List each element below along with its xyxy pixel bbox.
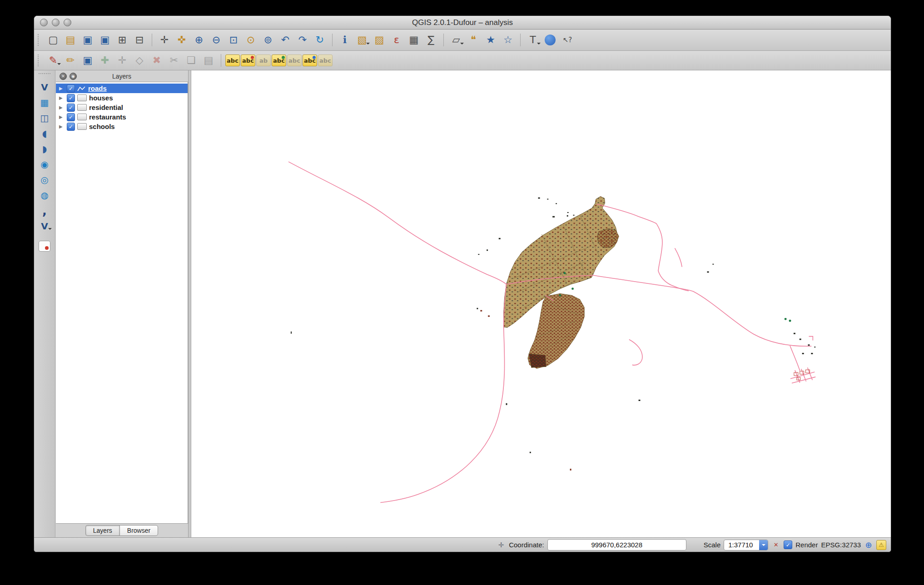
cut-features-button[interactable]: ✂ bbox=[166, 53, 182, 68]
add-wms-layer-button[interactable]: ◉ bbox=[37, 157, 52, 171]
render-label: Render bbox=[795, 541, 818, 549]
show-hide-labels-button[interactable]: abc bbox=[241, 55, 255, 66]
toggle-editing-button[interactable]: ✏ bbox=[62, 53, 79, 68]
deselect-features-button[interactable]: ▨ bbox=[371, 32, 387, 48]
show-bookmarks-button[interactable]: ☆ bbox=[500, 32, 516, 48]
panel-buttons: ✕ ◉ bbox=[60, 73, 77, 80]
zoom-to-selection-button[interactable]: ⊙ bbox=[243, 32, 259, 48]
new-print-composer-button[interactable]: ⊞ bbox=[114, 32, 130, 48]
zoom-next-button[interactable]: ↷ bbox=[294, 32, 311, 48]
add-spatialite-layer-button[interactable]: ◖ bbox=[37, 126, 52, 140]
refresh-map-button[interactable]: ↻ bbox=[312, 32, 328, 48]
add-raster-layer-button[interactable]: ▦ bbox=[37, 95, 52, 109]
add-wcs-layer-button[interactable]: ◎ bbox=[37, 173, 52, 187]
expand-arrow-icon[interactable]: ▶ bbox=[59, 114, 65, 119]
layer-checkbox[interactable]: ✓ bbox=[67, 113, 75, 121]
zoom-button[interactable] bbox=[64, 19, 71, 26]
composer-manager-button[interactable]: ⊟ bbox=[131, 32, 148, 48]
add-postgis-layer-button[interactable]: ◫ bbox=[37, 111, 52, 125]
expand-arrow-icon[interactable]: ▶ bbox=[59, 124, 65, 129]
render-checkbox[interactable]: ✓ bbox=[784, 540, 792, 549]
layer-labeling-button[interactable]: abc bbox=[225, 55, 240, 66]
move-label-button[interactable]: abc bbox=[287, 55, 302, 66]
stop-rendering-icon[interactable]: ✕ bbox=[771, 540, 780, 550]
field-calculator-button[interactable]: ∑ bbox=[423, 32, 439, 48]
paste-features-button[interactable]: ▤ bbox=[200, 53, 217, 68]
zoom-full-button[interactable]: ⊡ bbox=[225, 32, 242, 48]
layer-checkbox[interactable]: ✓ bbox=[67, 104, 75, 112]
zoom-out-button[interactable]: ⊖ bbox=[208, 32, 224, 48]
layers-panel-header[interactable]: ✕ ◉ Layers bbox=[55, 70, 188, 82]
toolbar-grip[interactable] bbox=[38, 34, 42, 46]
select-by-expression-button[interactable]: ε bbox=[388, 32, 405, 48]
window-controls bbox=[40, 19, 71, 26]
add-delimited-text-layer-button[interactable]: , bbox=[37, 203, 52, 218]
save-project-button[interactable]: ▣ bbox=[79, 32, 96, 48]
layer-row-schools[interactable]: ▶ ✓ schools bbox=[56, 122, 188, 131]
rotate-label-button[interactable]: abc bbox=[303, 55, 317, 66]
tab-layers[interactable]: Layers bbox=[85, 525, 119, 536]
pan-to-selection-button[interactable]: ✜ bbox=[174, 32, 190, 48]
window-title: QGIS 2.0.1-Dufour – analysis bbox=[412, 18, 513, 27]
new-bookmark-button[interactable]: ★ bbox=[482, 32, 499, 48]
open-attribute-table-button[interactable]: ▦ bbox=[406, 32, 422, 48]
save-layer-edits-button[interactable]: ▣ bbox=[79, 53, 96, 68]
map-tips-button[interactable]: ❝ bbox=[465, 32, 482, 48]
close-button[interactable] bbox=[40, 19, 48, 26]
log-messages-icon[interactable]: ⚠ bbox=[876, 540, 886, 550]
change-label-properties-button[interactable]: abc bbox=[318, 55, 333, 66]
layer-row-restaurants[interactable]: ▶ ✓ restaurants bbox=[56, 112, 188, 122]
float-panel-button[interactable]: ◉ bbox=[70, 73, 77, 80]
select-features-button[interactable]: ▧ bbox=[354, 32, 370, 48]
mouse-position-icon[interactable]: ✛ bbox=[497, 540, 506, 550]
title-bar[interactable]: QGIS 2.0.1-Dufour – analysis bbox=[34, 16, 891, 30]
whats-this-button[interactable]: ↖? bbox=[559, 32, 576, 48]
layer-checkbox[interactable]: ✓ bbox=[67, 94, 75, 102]
save-project-as-button[interactable]: ▣ bbox=[97, 32, 113, 48]
copy-features-button[interactable]: ❏ bbox=[183, 53, 199, 68]
help-contents-button[interactable]: ? bbox=[542, 32, 558, 48]
expand-arrow-icon[interactable]: ▶ bbox=[59, 95, 65, 100]
pan-map-button[interactable]: ✛ bbox=[156, 32, 173, 48]
crs-status-icon[interactable]: ⊕ bbox=[864, 540, 873, 550]
new-shapefile-layer-button[interactable]: V bbox=[37, 219, 52, 233]
scale-dropdown-caret[interactable] bbox=[759, 540, 768, 550]
highlight-pinned-labels-button[interactable]: abc bbox=[272, 55, 286, 66]
tab-browser[interactable]: Browser bbox=[119, 525, 158, 536]
current-edits-button[interactable]: ✎ bbox=[45, 53, 61, 68]
new-project-button[interactable]: ▢ bbox=[45, 32, 61, 48]
coordinate-input[interactable] bbox=[547, 539, 686, 550]
close-panel-button[interactable]: ✕ bbox=[60, 73, 67, 80]
add-mssql-layer-button[interactable]: ◗ bbox=[37, 142, 52, 156]
move-feature-button[interactable]: ✛ bbox=[114, 53, 130, 68]
toolbar-grip[interactable] bbox=[38, 55, 42, 66]
expand-arrow-icon[interactable]: ▶ bbox=[59, 86, 65, 91]
layer-checkbox[interactable]: ✓ bbox=[67, 123, 75, 131]
add-feature-button[interactable]: ✚ bbox=[97, 53, 113, 68]
minimize-button[interactable] bbox=[52, 19, 60, 26]
add-vector-layer-button[interactable]: V bbox=[37, 80, 52, 94]
node-tool-button[interactable]: ◇ bbox=[131, 53, 148, 68]
map-svg[interactable] bbox=[191, 70, 891, 537]
layer-row-residential[interactable]: ▶ ✓ residential bbox=[56, 103, 188, 112]
layer-tree: ▶ ✓ roads ▶ ✓ houses ▶ ✓ re bbox=[56, 82, 188, 524]
expand-arrow-icon[interactable]: ▶ bbox=[59, 105, 65, 110]
toolbar-grip[interactable] bbox=[39, 73, 50, 77]
scale-combo[interactable]: 1:37710 bbox=[724, 540, 768, 550]
layer-row-houses[interactable]: ▶ ✓ houses bbox=[56, 93, 188, 103]
layer-row-roads[interactable]: ▶ ✓ roads bbox=[56, 84, 188, 93]
zoom-to-layer-button[interactable]: ⊚ bbox=[260, 32, 276, 48]
remove-layer-button[interactable] bbox=[39, 241, 50, 252]
measure-line-button[interactable]: ▱ bbox=[448, 32, 464, 48]
text-annotation-button[interactable]: T bbox=[525, 32, 541, 48]
delete-selected-button[interactable]: ✖ bbox=[149, 53, 165, 68]
zoom-in-button[interactable]: ⊕ bbox=[191, 32, 207, 48]
layer-checkbox[interactable]: ✓ bbox=[67, 84, 75, 93]
map-canvas[interactable] bbox=[191, 70, 891, 537]
add-wfs-layer-button[interactable]: ◍ bbox=[37, 188, 52, 202]
identify-features-button[interactable]: ℹ bbox=[337, 32, 353, 48]
pin-unpin-labels-button[interactable]: ab bbox=[256, 55, 271, 66]
zoom-last-button[interactable]: ↶ bbox=[277, 32, 293, 48]
status-bar: ✛ Coordinate: Scale 1:37710 ✕ ✓ Render E… bbox=[34, 537, 891, 552]
open-project-button[interactable]: ▤ bbox=[62, 32, 79, 48]
